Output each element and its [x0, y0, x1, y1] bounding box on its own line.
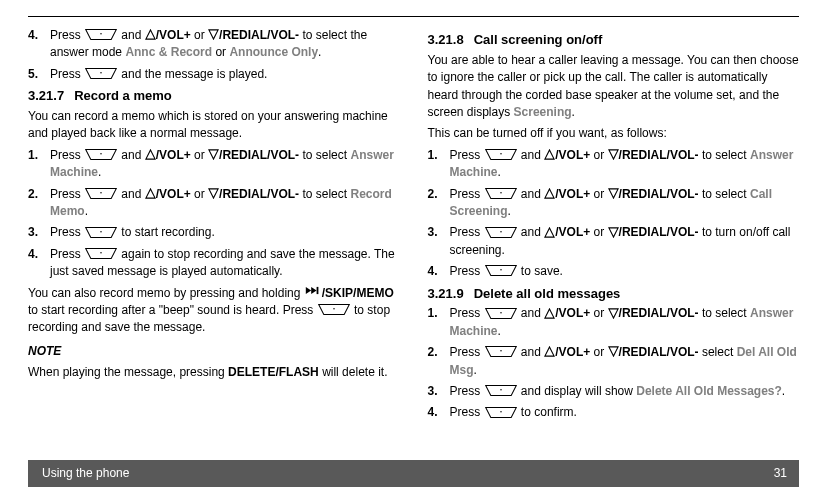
triangle-up-icon: [145, 188, 156, 199]
step-4-save: 4. Press to save.: [428, 263, 800, 280]
step-number: 2.: [428, 344, 450, 379]
step-3-start-recording: 3. Press to start recording.: [28, 224, 400, 241]
text: or: [594, 187, 608, 201]
text: Press: [450, 384, 484, 398]
text: Press: [450, 405, 484, 419]
vol-plus-label: /VOL+: [156, 148, 191, 162]
vol-minus-label: /REDIAL/VOL-: [219, 28, 299, 42]
skip-memo-label: /SKIP/MEMO: [322, 286, 394, 300]
soft-key-icon: [484, 406, 518, 419]
heading-delete-all-old: 3.21.9Delete all old messages: [428, 285, 800, 304]
step-3-display-delete-all: 3. Press and display will show Delete Al…: [428, 383, 800, 400]
paragraph: You are able to hear a caller leaving a …: [428, 52, 800, 122]
triangle-down-icon: [608, 227, 619, 238]
text: Press: [50, 247, 84, 261]
step-5-play-message: 5. Press and the message is played.: [28, 66, 400, 83]
text: and: [521, 148, 544, 162]
step-number: 3.: [28, 224, 50, 241]
heading-title: Record a memo: [74, 88, 172, 103]
text: and the message is played.: [121, 67, 267, 81]
step-number: 1.: [28, 147, 50, 182]
step-number: 1.: [428, 147, 450, 182]
step-number: 2.: [428, 186, 450, 221]
text: Press: [50, 67, 84, 81]
soft-key-icon: [84, 148, 118, 161]
triangle-up-icon: [145, 149, 156, 160]
soft-key-icon: [84, 226, 118, 239]
step-number: 4.: [28, 246, 50, 281]
text: and: [521, 345, 544, 359]
text: to save.: [521, 264, 563, 278]
text: or: [594, 306, 608, 320]
step-number: 3.: [428, 383, 450, 400]
heading-number: 3.21.7: [28, 88, 64, 103]
soft-key-icon: [484, 345, 518, 358]
text: or: [215, 45, 229, 59]
step-4-stop-recording: 4. Press again to stop recording and sav…: [28, 246, 400, 281]
triangle-up-icon: [544, 227, 555, 238]
text: You can also record memo by pressing and…: [28, 286, 304, 300]
vol-minus-label: /REDIAL/VOL-: [619, 187, 699, 201]
text: select: [702, 345, 737, 359]
step-4-answer-mode: 4. Press and /VOL+ or /REDIAL/VOL- to se…: [28, 27, 400, 62]
vol-plus-label: /VOL+: [555, 148, 590, 162]
heading-number: 3.21.8: [428, 32, 464, 47]
text: and: [121, 148, 144, 162]
text: Press: [450, 306, 484, 320]
text: Press: [50, 148, 84, 162]
step-4-confirm: 4. Press to confirm.: [428, 404, 800, 421]
page-footer: Using the phone 31: [28, 460, 799, 487]
text: to select: [702, 306, 750, 320]
vol-minus-label: /REDIAL/VOL-: [619, 148, 699, 162]
menu-screening: Screening: [514, 105, 572, 119]
left-column: 4. Press and /VOL+ or /REDIAL/VOL- to se…: [28, 27, 400, 426]
soft-key-icon: [484, 187, 518, 200]
vol-plus-label: /VOL+: [555, 225, 590, 239]
triangle-down-icon: [608, 308, 619, 319]
vol-minus-label: /REDIAL/VOL-: [219, 187, 299, 201]
paragraph: This can be turned off if you want, as f…: [428, 125, 800, 142]
text: and: [121, 28, 144, 42]
text: to start recording.: [121, 225, 214, 239]
text: to confirm.: [521, 405, 577, 419]
vol-plus-label: /VOL+: [156, 28, 191, 42]
step-number: 4.: [428, 263, 450, 280]
step-number: 5.: [28, 66, 50, 83]
menu-delete-all-old-messages: Delete All Old Messages?: [636, 384, 782, 398]
soft-key-icon: [484, 264, 518, 277]
triangle-down-icon: [208, 29, 219, 40]
step-number: 4.: [428, 404, 450, 421]
skip-memo-icon: [304, 284, 322, 301]
heading-title: Delete all old messages: [474, 286, 621, 301]
soft-key-icon: [84, 67, 118, 80]
triangle-down-icon: [608, 149, 619, 160]
vol-plus-label: /VOL+: [555, 345, 590, 359]
step-1-select-answer-machine: 1. Press and /VOL+ or /REDIAL/VOL- to se…: [428, 305, 800, 340]
text: and: [521, 225, 544, 239]
text: to select: [702, 148, 750, 162]
text: and: [521, 187, 544, 201]
vol-minus-label: /REDIAL/VOL-: [619, 345, 699, 359]
vol-plus-label: /VOL+: [156, 187, 191, 201]
triangle-up-icon: [544, 308, 555, 319]
text: to start recording after a "beep" sound …: [28, 303, 317, 317]
heading-call-screening: 3.21.8Call screening on/off: [428, 31, 800, 50]
text: Press: [50, 187, 84, 201]
step-number: 3.: [428, 224, 450, 259]
heading-title: Call screening on/off: [474, 32, 603, 47]
delete-flash-label: DELETE/FLASH: [228, 365, 319, 379]
text: or: [594, 225, 608, 239]
paragraph-skip-memo: You can also record memo by pressing and…: [28, 285, 400, 337]
triangle-down-icon: [608, 188, 619, 199]
heading-record-memo: 3.21.7Record a memo: [28, 87, 400, 106]
text: Press: [450, 187, 484, 201]
text: to select: [302, 148, 350, 162]
triangle-down-icon: [208, 149, 219, 160]
vol-minus-label: /REDIAL/VOL-: [619, 306, 699, 320]
heading-number: 3.21.9: [428, 286, 464, 301]
text: and: [521, 306, 544, 320]
step-2-select-del-all-old: 2. Press and /VOL+ or /REDIAL/VOL- selec…: [428, 344, 800, 379]
text: Press: [450, 345, 484, 359]
soft-key-icon: [84, 28, 118, 41]
text: Press: [50, 28, 84, 42]
